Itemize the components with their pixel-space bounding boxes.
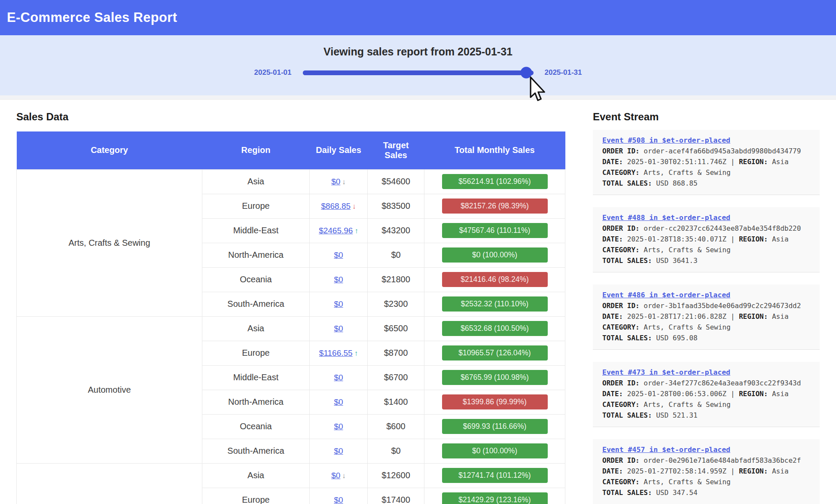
column-header-daily-sales: Daily Sales bbox=[310, 131, 368, 169]
daily-sales-link[interactable]: $0 bbox=[334, 275, 343, 284]
daily-sales-cell: $0↓ bbox=[310, 463, 368, 488]
event-field-label: CATEGORY: bbox=[602, 168, 640, 177]
event-title-link[interactable]: Event #508 in $et-order-placed bbox=[602, 135, 730, 146]
total-monthly-badge: $10965.57 (126.04%) bbox=[442, 345, 548, 360]
daily-sales-link[interactable]: $0 bbox=[334, 446, 343, 455]
category-cell: Arts, Crafts & Sewing bbox=[17, 169, 202, 316]
total-monthly-badge: $6532.68 (100.50%) bbox=[442, 321, 548, 336]
slider-row: 2025-01-01 2025-01-31 bbox=[0, 68, 836, 77]
event-field-value: USD 3641.3 bbox=[652, 257, 698, 265]
event-field-label: REGION: bbox=[739, 467, 768, 475]
event-total-sales-line: TOTAL SALES: USD 695.08 bbox=[602, 333, 810, 343]
daily-sales-link[interactable]: $0 bbox=[334, 299, 343, 309]
daily-sales-link[interactable]: $1166.55 bbox=[319, 348, 353, 357]
total-monthly-badge: $0 (100.00%) bbox=[442, 443, 548, 458]
daily-sales-link[interactable]: $0 bbox=[331, 471, 340, 480]
total-monthly-cell: $82157.26 (98.39%) bbox=[424, 194, 565, 218]
target-sales-cell: $2300 bbox=[368, 292, 424, 316]
total-monthly-badge: $21429.29 (123.16%) bbox=[442, 492, 548, 504]
event-date-region-line: DATE: 2025-01-28T17:21:06.828Z | REGION:… bbox=[602, 311, 810, 322]
region-cell: Asia bbox=[202, 463, 310, 488]
event-field-value: Asia bbox=[768, 467, 788, 475]
event-title-link[interactable]: Event #486 in $et-order-placed bbox=[602, 290, 730, 300]
section-divider bbox=[0, 95, 836, 100]
daily-sales-cell: $868.85↓ bbox=[310, 194, 368, 218]
table-row: Arts, Crafts & SewingAsia$0↓$54600$56214… bbox=[17, 169, 565, 194]
total-monthly-badge: $12741.74 (101.12%) bbox=[442, 468, 548, 483]
event-card: Event #473 in $et-order-placedORDER ID: … bbox=[593, 362, 820, 427]
event-card: Event #457 in $et-order-placedORDER ID: … bbox=[593, 439, 820, 504]
daily-sales-cell: $0 bbox=[310, 316, 368, 341]
event-field-label: ORDER ID: bbox=[602, 224, 640, 232]
event-card: Event #486 in $et-order-placedORDER ID: … bbox=[593, 284, 820, 350]
event-separator: | bbox=[726, 158, 739, 166]
event-title-link[interactable]: Event #473 in $et-order-placed bbox=[602, 367, 730, 378]
slider-title: Viewing sales report from 2025-01-31 bbox=[0, 46, 836, 58]
total-monthly-cell: $0 (100.00%) bbox=[424, 243, 565, 267]
event-total-sales-line: TOTAL SALES: USD 3641.3 bbox=[602, 255, 810, 266]
event-field-value: order-acef4fa66bd945a3abdd9980bd434779 bbox=[640, 147, 801, 155]
event-field-label: TOTAL SALES: bbox=[602, 179, 652, 187]
event-field-value: order-0e2961e71a6e484abfadf583a36bce2f bbox=[640, 456, 801, 464]
slider-min-label: 2025-01-01 bbox=[254, 68, 292, 77]
total-monthly-badge: $1399.86 (99.99%) bbox=[442, 394, 548, 409]
sales-table-header: Category Region Daily Sales Target Sales… bbox=[17, 131, 565, 169]
total-monthly-cell: $47567.46 (110.11%) bbox=[424, 218, 565, 243]
total-monthly-badge: $0 (100.00%) bbox=[442, 247, 548, 263]
daily-sales-link[interactable]: $0 bbox=[334, 422, 343, 431]
daily-sales-link[interactable]: $0 bbox=[334, 397, 343, 406]
target-sales-cell: $8700 bbox=[368, 341, 424, 365]
daily-sales-cell: $0 bbox=[310, 292, 368, 316]
column-header-total-monthly-sales: Total Monthly Sales bbox=[424, 131, 565, 169]
event-field-label: DATE: bbox=[602, 235, 623, 243]
total-monthly-cell: $10965.57 (126.04%) bbox=[424, 341, 565, 365]
event-field-label: REGION: bbox=[739, 158, 768, 166]
region-cell: Europe bbox=[202, 194, 310, 218]
sales-data-heading: Sales Data bbox=[16, 111, 565, 123]
event-category-line: CATEGORY: Arts, Crafts & Sewing bbox=[602, 477, 810, 487]
column-header-region: Region bbox=[202, 131, 310, 169]
daily-sales-link[interactable]: $0 bbox=[331, 177, 340, 186]
event-title-link[interactable]: Event #457 in $et-order-placed bbox=[602, 444, 730, 455]
region-cell: Middle-East bbox=[202, 218, 310, 243]
event-date-region-line: DATE: 2025-01-28T00:06:53.006Z | REGION:… bbox=[602, 388, 810, 399]
daily-sales-cell: $0↓ bbox=[310, 169, 368, 194]
daily-sales-link[interactable]: $0 bbox=[334, 250, 343, 260]
category-cell bbox=[17, 463, 202, 504]
event-title-link[interactable]: Event #488 in $et-order-placed bbox=[602, 212, 730, 223]
trend-down-icon: ↓ bbox=[342, 178, 346, 186]
total-monthly-cell: $21429.29 (123.16%) bbox=[424, 488, 565, 504]
event-order-id-line: ORDER ID: order-0e2961e71a6e484abfadf583… bbox=[602, 455, 810, 466]
daily-sales-cell: $2465.96↑ bbox=[310, 218, 368, 243]
trend-up-icon: ↑ bbox=[354, 227, 358, 235]
region-cell: Europe bbox=[202, 488, 310, 504]
daily-sales-link[interactable]: $2465.96 bbox=[319, 226, 353, 235]
total-monthly-badge: $47567.46 (110.11%) bbox=[442, 223, 548, 238]
total-monthly-cell: $0 (100.00%) bbox=[424, 439, 565, 463]
total-monthly-badge: $6765.99 (100.98%) bbox=[442, 370, 548, 385]
event-field-value: USD 695.08 bbox=[652, 334, 698, 342]
region-cell: North-America bbox=[202, 390, 310, 414]
event-field-value: 2025-01-28T17:21:06.828Z bbox=[623, 312, 726, 321]
app-header: E-Commerce Sales Report bbox=[0, 0, 836, 35]
date-slider-track[interactable] bbox=[303, 70, 534, 75]
daily-sales-link[interactable]: $0 bbox=[334, 324, 343, 333]
event-field-label: TOTAL SALES: bbox=[602, 411, 652, 419]
daily-sales-link[interactable]: $0 bbox=[334, 373, 343, 382]
sales-table: Category Region Daily Sales Target Sales… bbox=[16, 131, 565, 504]
total-monthly-cell: $1399.86 (99.99%) bbox=[424, 390, 565, 414]
event-stream-panel: Event Stream Event #508 in $et-order-pla… bbox=[593, 100, 820, 504]
event-field-label: CATEGORY: bbox=[602, 246, 640, 254]
event-separator: | bbox=[726, 235, 739, 243]
daily-sales-link[interactable]: $0 bbox=[334, 495, 343, 504]
daily-sales-link[interactable]: $868.85 bbox=[321, 202, 351, 211]
event-total-sales-line: TOTAL SALES: USD 521.31 bbox=[602, 410, 810, 421]
trend-up-icon: ↑ bbox=[354, 349, 358, 357]
event-field-value: Asia bbox=[768, 390, 788, 398]
slider-fill bbox=[303, 70, 527, 75]
date-slider-section: Viewing sales report from 2025-01-31 202… bbox=[0, 35, 836, 95]
mouse-cursor-icon bbox=[529, 76, 546, 101]
event-field-label: ORDER ID: bbox=[602, 147, 640, 155]
event-field-value: order-cc20237cc62443ee87ab4e354f8db220 bbox=[640, 224, 801, 232]
event-field-value: Asia bbox=[768, 235, 788, 243]
